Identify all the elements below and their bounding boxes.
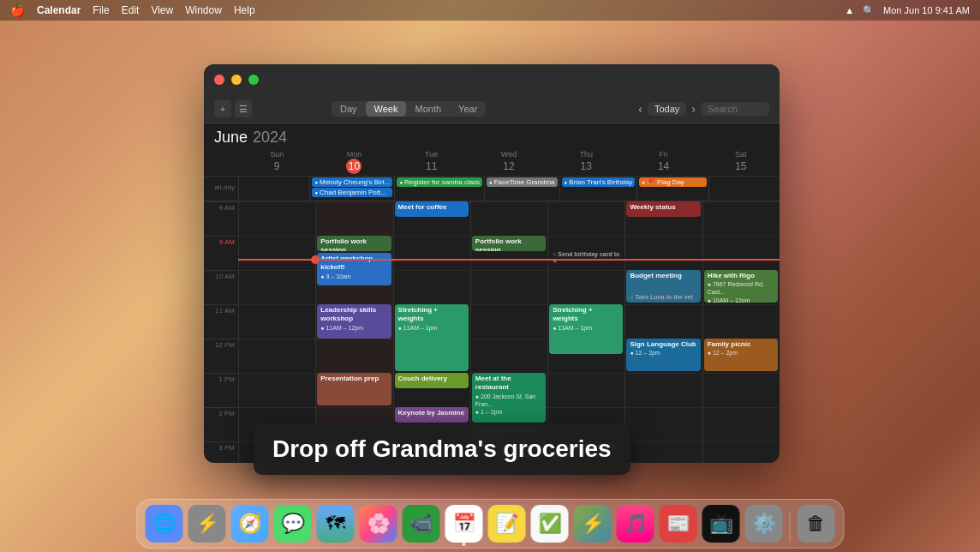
menu-view[interactable]: View — [151, 4, 173, 16]
dock-news[interactable]: 📰 — [660, 505, 697, 543]
apple-menu[interactable]: 🍎 — [10, 3, 25, 17]
dock-shortcuts[interactable]: ⚡ — [574, 505, 612, 543]
event-tooltip: Drop off Grandma's groceries — [254, 423, 630, 475]
safari-icon: 🧭 — [238, 513, 261, 535]
calendar-header: June 2024 — [204, 123, 780, 148]
fullscreen-button[interactable] — [248, 75, 259, 85]
calendar-window: + ☰ Day Week Month Year ‹ Today › June 2… — [204, 64, 780, 463]
calendar-content: June 2024 Sun 9 Mon 10 Tue 11 — [204, 123, 780, 463]
facetime-icon: 📹 — [409, 513, 433, 535]
close-button[interactable] — [214, 75, 224, 85]
dock-trash[interactable]: 🗑 — [798, 505, 835, 543]
toolbar-nav-buttons: + ☰ — [214, 100, 252, 117]
event-leadership[interactable]: Leadership skills workshop ● 11AM – 12pm — [317, 304, 391, 339]
time-slot-9am: 9 AM — [204, 236, 238, 270]
event-keynote[interactable]: Keynote by Jasmine — [395, 407, 469, 423]
app-name[interactable]: Calendar — [37, 4, 81, 16]
time-slot-1pm: 1 PM — [204, 373, 238, 407]
event-meet-coffee[interactable]: Meet for coffee — [395, 201, 469, 217]
search-icon: 🔍 — [863, 5, 875, 16]
today-button[interactable]: Today — [648, 102, 686, 116]
day-headers: Sun 9 Mon 10 Tue 11 Wed 12 Thu 13 — [204, 148, 780, 177]
dock-photos[interactable]: 🌸 — [360, 505, 397, 543]
tab-day[interactable]: Day — [332, 101, 366, 117]
dock-facetime[interactable]: 📹 — [403, 505, 440, 543]
event-presentation-prep[interactable]: Presentation prep — [317, 373, 391, 405]
event-stretching-tue[interactable]: Stretching + weights ● 11AM – 1pm — [395, 304, 469, 371]
finder-icon: 🌐 — [152, 513, 176, 535]
all-day-cell-sun — [238, 177, 309, 201]
reminders-icon: ✅ — [538, 513, 561, 535]
all-day-cell-wed: FaceTime Grandma — [484, 177, 559, 201]
dock-systemprefs[interactable]: ⚙️ — [745, 505, 783, 543]
messages-icon: 💬 — [281, 513, 304, 535]
event-couch-delivery[interactable]: Couch delivery — [395, 373, 469, 388]
event-weekly-status[interactable]: Weekly status — [626, 201, 700, 217]
event-hike[interactable]: Hike with Rigo ● 7867 Redwood Rd, Cast..… — [704, 270, 778, 303]
week-grid: Sun 9 Mon 10 Tue 11 Wed 12 Thu 13 — [204, 148, 780, 463]
sidebar-toggle-button[interactable]: ☰ — [235, 100, 252, 117]
cal-year: 2024 — [253, 129, 287, 147]
time-slot-10am: 10 AM — [204, 270, 238, 304]
menu-edit[interactable]: Edit — [122, 4, 140, 16]
event-portfolio-mon[interactable]: Portfolio work session — [317, 236, 391, 251]
day-col-sat — [702, 201, 780, 463]
event-sign-language[interactable]: Sign Language Club ● 12 – 2pm — [626, 339, 700, 371]
wifi-icon: ▲ — [845, 5, 854, 15]
all-day-event-brian[interactable]: Brian Tran's Birthday — [562, 177, 636, 187]
datetime: Mon Jun 10 9:41 AM — [883, 5, 970, 15]
dock-finder[interactable]: 🌐 — [146, 505, 183, 543]
event-artist-workshop[interactable]: Artist workshop kickoff! ● 9 – 10am — [317, 253, 391, 285]
dock-messages[interactable]: 💬 — [274, 505, 312, 543]
menu-help[interactable]: Help — [234, 4, 255, 16]
time-slot-12pm: 12 PM — [204, 339, 238, 373]
all-day-cell-tue: Register for samba class — [394, 177, 484, 201]
cal-month: June — [214, 129, 248, 147]
window-toolbar: + ☰ Day Week Month Year ‹ Today › — [204, 95, 780, 123]
event-portfolio-wed[interactable]: Portfolio work session — [472, 236, 546, 251]
all-day-event-samba[interactable]: Register for samba class — [397, 177, 482, 187]
dock-appletv[interactable]: 📺 — [702, 505, 740, 543]
all-day-event-chad[interactable]: Chad Benjamin Pott... — [312, 188, 392, 197]
search-input[interactable] — [701, 102, 769, 116]
menu-file[interactable]: File — [93, 4, 109, 16]
next-button[interactable]: › — [691, 102, 696, 116]
dock-notes[interactable]: 📝 — [488, 505, 526, 543]
all-day-event-flagday[interactable]: 🚩 Flag Day — [639, 177, 706, 187]
event-stretching-thu[interactable]: Stretching + weights ● 11AM – 1pm — [549, 304, 623, 354]
dock-maps[interactable]: 🗺 — [317, 505, 355, 543]
event-family-picnic[interactable]: Family picnic ● 12 – 2pm — [704, 339, 778, 371]
news-icon: 📰 — [666, 513, 690, 535]
dock-music[interactable]: 🎵 — [617, 505, 654, 543]
day-header-thu: Thu 13 — [547, 148, 624, 176]
notes-icon: 📝 — [495, 513, 518, 535]
all-day-row: all-day Melody Cheung's Birt... Chad Ben… — [204, 177, 780, 201]
all-day-label: all-day — [204, 177, 238, 201]
tooltip-text: Drop off Grandma's groceries — [272, 435, 612, 462]
tab-week[interactable]: Week — [366, 101, 407, 117]
shortcuts-icon: ⚡ — [581, 513, 604, 535]
prev-button[interactable]: ‹ — [638, 102, 642, 116]
dock-calendar[interactable]: 📅 — [445, 505, 483, 543]
event-birthday-card[interactable]: ○ Send birthday card to A... — [549, 249, 623, 262]
menubar-right: ▲ 🔍 Mon Jun 10 9:41 AM — [845, 5, 970, 16]
new-event-button[interactable]: + — [214, 100, 231, 117]
all-day-event-facetime[interactable]: FaceTime Grandma — [487, 177, 557, 187]
minimize-button[interactable] — [231, 75, 242, 85]
systemprefs-icon: ⚙️ — [752, 513, 775, 535]
tab-year[interactable]: Year — [450, 101, 486, 117]
menubar-left: 🍎 Calendar File Edit View Window Help — [10, 3, 255, 17]
time-slot-11am: 11 AM — [204, 304, 238, 339]
menu-window[interactable]: Window — [185, 4, 222, 16]
dock-safari[interactable]: 🧭 — [231, 505, 269, 543]
tab-month[interactable]: Month — [406, 101, 450, 117]
day-header-wed: Wed 12 — [470, 148, 547, 176]
all-day-event-melody[interactable]: Melody Cheung's Birt... — [312, 177, 392, 187]
event-meet-restaurant[interactable]: Meet at the restaurant ● 200 Jackson St,… — [472, 373, 546, 423]
event-take-luna[interactable]: ○ Take Luna to the vet — [626, 291, 700, 305]
time-slot-8am: 8 AM — [204, 201, 238, 236]
dock-launchpad[interactable]: ⚡ — [188, 505, 226, 543]
time-labels-col: 8 AM 9 AM 10 AM 11 AM 12 PM 1 PM 2 PM 3 … — [204, 201, 238, 463]
maps-icon: 🗺 — [326, 513, 345, 535]
dock-reminders[interactable]: ✅ — [531, 505, 569, 543]
